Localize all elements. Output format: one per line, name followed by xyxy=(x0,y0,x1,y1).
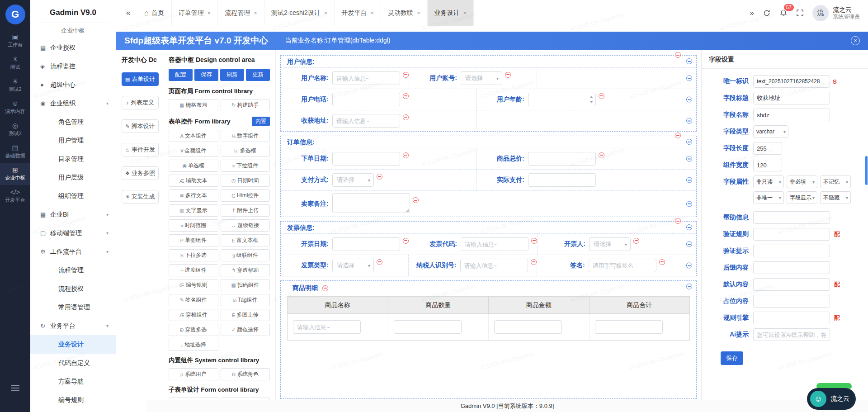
field-textarea[interactable] xyxy=(332,193,410,213)
sidebar-item[interactable]: 常用语管理 xyxy=(30,298,116,317)
sidebar-item[interactable]: ▤ 企业BI ▾ xyxy=(30,205,116,224)
dev-center-button[interactable]: ❖ 业务参照 xyxy=(122,166,159,180)
menu-icon[interactable] xyxy=(11,388,19,388)
field-attr-select[interactable]: 字段显示 ▾ xyxy=(787,191,817,204)
field-input[interactable] xyxy=(332,114,400,128)
tab[interactable]: 流程管理 × xyxy=(218,0,264,26)
tab[interactable]: 业务设计 × xyxy=(428,0,474,26)
remove-field-icon[interactable] xyxy=(531,259,537,265)
field-input[interactable] xyxy=(332,152,400,166)
remove-field-icon[interactable] xyxy=(659,259,665,265)
field-taxpayer-id[interactable]: 纳税人识别号: xyxy=(409,255,537,276)
detail-cell-amount[interactable] xyxy=(489,314,590,340)
remove-field-icon[interactable] xyxy=(377,174,382,180)
validate-rule-input[interactable] xyxy=(753,228,830,241)
field-attr-select[interactable]: 不记忆 ▾ xyxy=(820,175,851,188)
rule-engine-input[interactable] xyxy=(753,312,830,324)
field-signature[interactable]: 签名: xyxy=(537,255,680,276)
component-button[interactable]: ω Tag组件 xyxy=(221,294,270,306)
sidebar-item[interactable]: 用户管理 xyxy=(30,131,116,150)
component-button[interactable]: E 富文本框 xyxy=(221,234,270,246)
configure-link[interactable]: 配 xyxy=(834,314,840,322)
component-button[interactable]: P 单图组件 xyxy=(169,234,218,246)
close-tab-icon[interactable]: × xyxy=(208,9,211,16)
remove-section-icon[interactable] xyxy=(675,133,681,138)
sidebar-item[interactable]: ◈ 流程监控 xyxy=(30,57,116,76)
remove-field-icon[interactable] xyxy=(531,238,537,244)
design-action-button[interactable]: 保存 xyxy=(194,69,218,81)
field-invoice-issuer[interactable]: 开票人: 请选择 ▾ xyxy=(538,234,680,255)
field-user-name[interactable]: 用户名称: xyxy=(281,68,409,89)
sidebar-item[interactable]: 目录管理 xyxy=(30,150,116,168)
row-action-icon[interactable] xyxy=(686,263,692,269)
rail-item[interactable]: ◎ 测试3 xyxy=(0,118,30,141)
dev-center-button[interactable]: ✳ 安装生成 xyxy=(122,190,159,204)
component-button[interactable]: ~ 进度组件 xyxy=(169,264,218,276)
field-input[interactable] xyxy=(528,173,596,187)
layout-button[interactable]: ↻ 构建助手 xyxy=(221,99,270,111)
field-invoice-code[interactable]: 发票代码: xyxy=(409,234,538,255)
field-user-age[interactable]: 用户年龄: xyxy=(476,89,680,110)
detail-cell-total[interactable] xyxy=(590,314,690,340)
field-select[interactable]: 请选择 ▾ xyxy=(589,237,631,251)
rail-item[interactable]: ⊞ 企业中枢 xyxy=(0,163,30,185)
design-action-button[interactable]: 配置 xyxy=(169,69,193,81)
suffix-input[interactable] xyxy=(753,261,830,274)
detail-input[interactable] xyxy=(595,320,663,334)
detail-cell-name[interactable] xyxy=(288,314,388,340)
row-action-icon[interactable] xyxy=(686,97,692,103)
remove-field-icon[interactable] xyxy=(599,152,604,158)
sidebar-item[interactable]: ◉ 企业组织 ▾ xyxy=(30,94,116,113)
field-length-input[interactable] xyxy=(753,142,782,155)
remove-section-icon[interactable] xyxy=(322,285,328,291)
rail-item[interactable]: ☺ 演示内容 xyxy=(0,96,30,118)
component-button[interactable]: ½ 数字组件 xyxy=(221,130,270,142)
tab[interactable]: 开发平台 × xyxy=(335,0,381,26)
dev-center-button[interactable]: ♪ 列表定义 xyxy=(122,96,159,109)
component-button[interactable]: ↔ 超级链接 xyxy=(221,219,270,232)
field-input[interactable] xyxy=(332,93,400,106)
row-action-icon[interactable] xyxy=(686,177,692,183)
rail-item[interactable]: ✳ 测试2 xyxy=(0,74,30,96)
layout-button[interactable]: ▦ 栅格布局 xyxy=(169,99,218,111)
remove-field-icon[interactable] xyxy=(403,114,409,120)
section-action-icon[interactable] xyxy=(686,58,692,64)
field-select[interactable]: 请选择 ▾ xyxy=(332,173,374,187)
field-shipping-address[interactable]: 收获地址: xyxy=(281,110,476,131)
component-button[interactable]: ↥ 附件上传 xyxy=(221,204,270,217)
remove-field-icon[interactable] xyxy=(403,93,409,99)
component-button[interactable]: È 多图上传 xyxy=(221,309,270,321)
stepper-down-icon[interactable] xyxy=(590,101,593,103)
fullscreen-icon[interactable] xyxy=(797,9,803,16)
section-action-icon[interactable] xyxy=(686,224,692,230)
collapse-tabs-right-icon[interactable]: » xyxy=(750,9,754,18)
field-invoice-date[interactable]: 开票日期: xyxy=(281,234,409,255)
remove-section-icon[interactable] xyxy=(675,218,681,224)
sidebar-item[interactable]: 用户层级 xyxy=(30,168,116,187)
component-button[interactable]: ◉ 单选框 xyxy=(169,160,218,172)
rail-item[interactable]: ▤ 基础数据 xyxy=(0,141,30,163)
field-user-phone[interactable]: 用户电话: xyxy=(281,89,476,110)
section-action-icon[interactable] xyxy=(686,284,692,289)
close-tab-icon[interactable]: × xyxy=(463,9,467,16)
unique-id-input[interactable] xyxy=(753,75,830,88)
system-component-button[interactable]: Θ 系统角色 xyxy=(221,368,270,380)
component-button[interactable]: § 级联组件 xyxy=(221,249,270,261)
sidebar-item[interactable]: 组织管理 xyxy=(30,187,116,205)
close-tab-icon[interactable]: × xyxy=(370,9,374,16)
dev-center-button[interactable]: ♨ 事件开发 xyxy=(122,143,159,156)
ai-tip-input[interactable] xyxy=(753,328,830,341)
remove-field-icon[interactable] xyxy=(413,197,419,203)
field-attr-select[interactable]: 不隐藏 ▾ xyxy=(820,191,851,204)
field-attr-select[interactable]: 非唯一 ▾ xyxy=(753,191,784,204)
component-button[interactable]: ≋ 多行文本 xyxy=(169,189,218,202)
field-pay-method[interactable]: 支付方式: 请选择 ▾ xyxy=(281,170,476,190)
stepper-up-icon[interactable] xyxy=(590,96,593,98)
component-button[interactable]: ✓ 颜色选择 xyxy=(221,324,270,336)
field-input[interactable] xyxy=(332,237,400,251)
component-button[interactable]: ◷ 日期时间 xyxy=(221,175,270,187)
rail-item[interactable]: </> 开发平台 xyxy=(0,185,30,207)
tab[interactable]: 订单管理 × xyxy=(172,0,218,26)
field-select[interactable]: 请选择 ▾ xyxy=(332,259,374,272)
sidebar-item[interactable]: 方案导航 xyxy=(30,372,116,391)
